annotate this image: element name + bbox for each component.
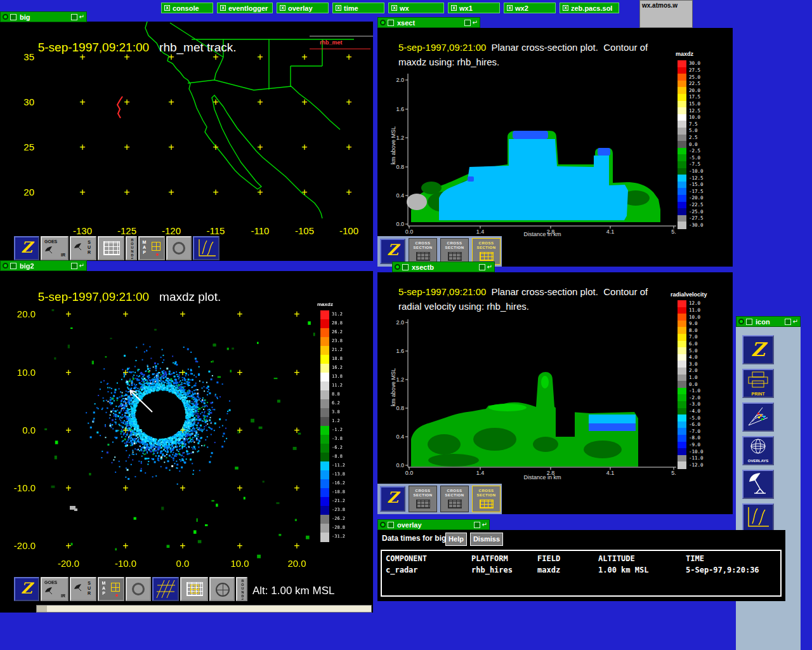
window-menu-button[interactable] [738, 319, 744, 324]
zebra-logo-button[interactable]: Z [14, 236, 39, 260]
window-close-icon[interactable]: ↵ [487, 264, 492, 270]
surface-button[interactable]: SUR [70, 236, 96, 260]
sounding-button[interactable] [193, 236, 219, 260]
bounds-button[interactable]: BOUNDS [236, 577, 247, 601]
grid-plus-mark: + [64, 541, 73, 551]
x-tick-label: 5. [662, 229, 685, 235]
colorbar-value-label: -5.0 [689, 156, 700, 161]
colorbar-value-label: 28.8 [332, 321, 343, 326]
cross-section-button[interactable]: CROSSSECTION [440, 486, 469, 512]
taskbar-button-wx1[interactable]: Xwx1 [448, 3, 500, 13]
surface-button[interactable]: SUR [70, 577, 96, 601]
globe-button[interactable] [209, 577, 235, 601]
mini-window[interactable]: wx.atmos.w [639, 0, 693, 28]
grid-crosshair-button[interactable] [180, 577, 208, 601]
window-iconify-button[interactable] [479, 264, 485, 270]
track-legend-label: rhb_met [320, 39, 343, 46]
window-tab-icon[interactable]: icon↵ [736, 316, 801, 327]
goes-ir-button[interactable]: GOESIR [41, 577, 69, 601]
x-tick-label: 2.8 [539, 229, 562, 235]
colorbar-segment [678, 135, 686, 142]
taskbar-button-wx[interactable]: Xwx [388, 3, 444, 13]
map-button[interactable]: MAP [98, 577, 124, 601]
window-mode-icon[interactable] [388, 20, 394, 26]
window-tab-xsectb[interactable]: xsectb↵ [392, 262, 495, 272]
grid-plus-mark: + [211, 142, 220, 152]
window-iconify-button[interactable] [71, 14, 77, 20]
window-menu-button[interactable] [3, 14, 8, 20]
cross-section-button-active[interactable]: CROSSSECTION [472, 486, 501, 512]
taskbar-button-zeb.pacs.sol[interactable]: Xzeb.pacs.sol [560, 3, 619, 13]
map-button[interactable]: MAP [138, 236, 165, 260]
window-iconify-button[interactable] [474, 522, 480, 528]
satellite-dish-icon [44, 246, 56, 254]
taskbar-button-wx2[interactable]: Xwx2 [504, 3, 556, 13]
checkbox-icon: X [507, 5, 513, 11]
scrollbar[interactable] [36, 605, 372, 613]
print-label: PRINT [743, 392, 773, 397]
window-mode-icon[interactable] [10, 263, 16, 269]
window-big2-body: 5-sep-1997,09:21:00maxdz plot. maxdz ZGO… [0, 271, 373, 613]
window-close-icon[interactable]: ↵ [79, 263, 84, 269]
window-tab-overlay[interactable]: overlay↵ [377, 519, 490, 530]
window-close-icon[interactable]: ↵ [473, 20, 478, 26]
cross-section-button[interactable]: CROSSSECTION [409, 238, 437, 265]
lat-tick-label: 35 [4, 51, 34, 62]
window-tab-xsect[interactable]: xsect↵ [377, 17, 480, 28]
zebra-logo-button[interactable]: Z [742, 335, 774, 364]
grid-button[interactable] [98, 236, 124, 260]
skewt-button[interactable] [152, 577, 179, 601]
ring-icon [173, 242, 185, 255]
window-mode-icon[interactable] [746, 319, 752, 325]
window-mode-icon[interactable] [10, 14, 16, 20]
taskbar-button-eventlogger[interactable]: Xeventlogger [217, 3, 273, 13]
zebra-logo-button[interactable]: Z [14, 577, 39, 601]
goes-ir-button[interactable]: GOESIR [41, 236, 69, 260]
window-iconify-button[interactable] [71, 263, 77, 269]
help-button[interactable]: Help [445, 533, 467, 546]
window-menu-button[interactable] [380, 20, 386, 25]
taskbar-button-time[interactable]: Xtime [332, 3, 384, 13]
y-tick-label: 1.2 [383, 135, 404, 141]
window-menu-button[interactable] [380, 522, 386, 527]
window-iconify-button[interactable] [464, 20, 471, 26]
window-tab-big2[interactable]: big2↵ [0, 260, 87, 271]
colorbar-value-label: -21.2 [332, 499, 345, 503]
colorbar-value-label: -20.0 [689, 196, 704, 201]
window-close-icon[interactable]: ↵ [482, 522, 487, 528]
colorbar-segment [678, 87, 686, 94]
taskbar-button-overlay[interactable]: Xoverlay [277, 3, 329, 13]
window-close-icon[interactable]: ↵ [79, 14, 84, 20]
window-menu-button[interactable] [395, 264, 400, 270]
sounding-button[interactable] [742, 503, 774, 533]
print-button[interactable]: PRINT [742, 369, 774, 398]
taskbar-button-console[interactable]: Xconsole [161, 3, 213, 13]
ir-label: IR [61, 253, 65, 257]
bounds-button[interactable]: BOUNDS [126, 236, 137, 260]
overlays-button[interactable]: OVERLAYS [742, 436, 774, 465]
x-tick-label: 0.0 [164, 558, 202, 569]
crosshair-icon [152, 242, 160, 251]
radar-display-button[interactable] [742, 402, 774, 432]
cross-section-button[interactable]: CROSSSECTION [409, 486, 437, 512]
cross-section-button-active[interactable]: CROSSSECTION [472, 238, 501, 265]
scrollbar-thumb[interactable] [37, 606, 47, 612]
colorbar-value-label: 27.5 [689, 68, 700, 73]
dismiss-button[interactable]: Dismiss [470, 533, 503, 546]
zebra-logo-button[interactable]: Z [380, 486, 405, 512]
window-mode-icon[interactable] [388, 522, 394, 528]
zebra-logo-button[interactable]: Z [380, 239, 405, 264]
colorbar-segment [320, 310, 329, 320]
table-cell: maxdz [537, 566, 560, 574]
colorbar-value-label: 18.8 [332, 357, 343, 361]
window-close-icon[interactable]: ↵ [793, 319, 798, 325]
antenna-button[interactable] [742, 470, 774, 499]
cross-section-button[interactable]: CROSSSECTION [440, 238, 469, 265]
range-ring-button[interactable] [166, 236, 192, 260]
window-mode-icon[interactable] [402, 264, 409, 270]
window-iconify-button[interactable] [785, 319, 791, 325]
taskbar-button-label: zeb.pacs.sol [571, 4, 612, 12]
window-tab-big[interactable]: big↵ [0, 11, 87, 22]
range-ring-button[interactable] [126, 577, 151, 601]
window-menu-button[interactable] [3, 263, 8, 269]
